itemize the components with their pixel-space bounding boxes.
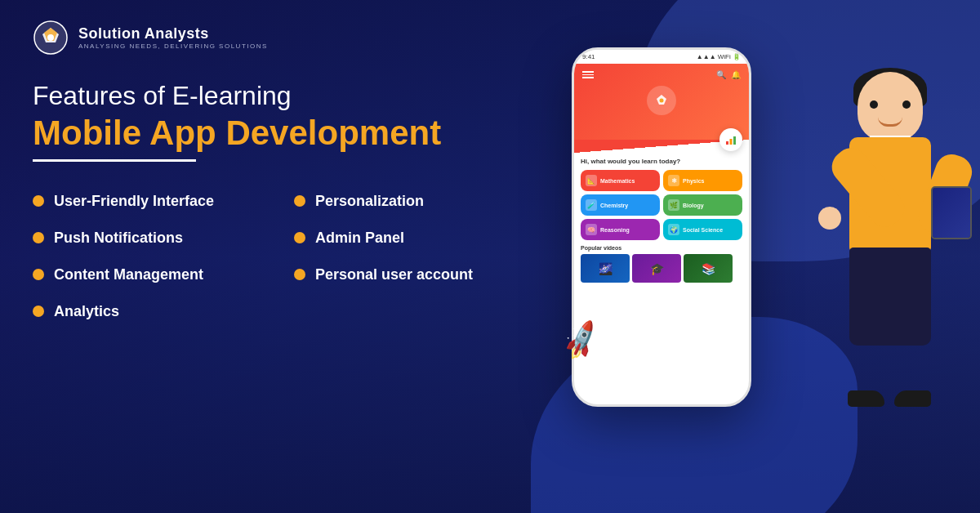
phone-status-bar: 9:41 ▲▲▲ WiFi 🔋 bbox=[574, 50, 749, 64]
video-thumbnails: 🌌 🎓 📚 bbox=[581, 254, 742, 283]
phone-header: 🔍 🔔 bbox=[574, 64, 749, 140]
features-grid: User-Friendly Interface Personalization … bbox=[33, 185, 555, 328]
headline-divider bbox=[33, 159, 196, 162]
subject-chemistry[interactable]: 🧪 Chemistry bbox=[581, 194, 660, 216]
subject-social[interactable]: 🌍 Social Science bbox=[663, 219, 742, 240]
phone-body: Hi, what would you learn today? 📐 Mathem… bbox=[574, 153, 749, 288]
char-hand-left bbox=[818, 207, 841, 230]
search-icon[interactable]: 🔍 bbox=[716, 70, 726, 79]
reasoning-icon: 🧠 bbox=[586, 224, 597, 235]
character-body bbox=[808, 56, 972, 431]
feature-label-7: Personal user account bbox=[315, 266, 473, 283]
subject-mathematics[interactable]: 📐 Mathematics bbox=[581, 170, 660, 191]
left-content: Features of E-learning Mobile App Develo… bbox=[33, 72, 555, 328]
logo-text: Solution Analysts ANALYSING NEEDS, DELIV… bbox=[78, 25, 268, 50]
phone-top-icons: 🔍 🔔 bbox=[716, 70, 741, 79]
chart-icon bbox=[719, 128, 742, 151]
phone-mockup: 9:41 ▲▲▲ WiFi 🔋 🔍 🔔 bbox=[572, 47, 751, 407]
biology-label: Biology bbox=[683, 203, 704, 208]
video-thumb-2[interactable]: 🎓 bbox=[632, 254, 681, 283]
main-layout: Features of E-learning Mobile App Develo… bbox=[33, 72, 947, 493]
subjects-grid: 📐 Mathematics ⚛ Physics 🧪 Chemistry bbox=[581, 170, 742, 240]
char-shoe-left bbox=[848, 390, 884, 407]
hamburger-menu-icon[interactable] bbox=[582, 71, 594, 78]
feature-item-1: User-Friendly Interface bbox=[33, 185, 294, 218]
popular-videos-label: Popular videos bbox=[581, 245, 742, 251]
social-label: Social Science bbox=[683, 227, 723, 233]
feature-label-5: Personalization bbox=[315, 193, 424, 210]
phone-signal: ▲▲▲ WiFi 🔋 bbox=[697, 53, 741, 60]
feature-label-1: User-Friendly Interface bbox=[54, 193, 214, 210]
feature-label-2: Push Notifications bbox=[54, 230, 183, 247]
char-tablet bbox=[931, 186, 972, 239]
feature-item-3: Content Management bbox=[33, 258, 294, 292]
physics-icon: ⚛ bbox=[668, 175, 679, 186]
feature-item-5: Personalization bbox=[294, 185, 555, 218]
social-icon: 🌍 bbox=[668, 224, 679, 235]
svg-point-2 bbox=[660, 99, 664, 103]
char-head bbox=[858, 72, 923, 141]
svg-rect-3 bbox=[726, 141, 728, 145]
feature-label-6: Admin Panel bbox=[315, 230, 404, 247]
feature-item-2: Push Notifications bbox=[33, 221, 294, 255]
feature-dot-1 bbox=[33, 195, 44, 207]
feature-dot-7 bbox=[294, 269, 305, 280]
character-illustration bbox=[808, 56, 972, 431]
greeting-text: Hi, what would you learn today? bbox=[581, 158, 742, 165]
page-content: Solution Analysts ANALYSING NEEDS, DELIV… bbox=[0, 0, 980, 513]
headline-main: Mobile App Development bbox=[33, 114, 555, 152]
feature-dot-4 bbox=[33, 306, 44, 317]
headline-sub: Features of E-learning bbox=[33, 80, 555, 111]
phone-frame: 9:41 ▲▲▲ WiFi 🔋 🔍 🔔 bbox=[572, 47, 751, 407]
chemistry-label: Chemistry bbox=[600, 203, 628, 208]
feature-dot-5 bbox=[294, 195, 305, 207]
math-icon: 📐 bbox=[586, 175, 597, 186]
svg-point-1 bbox=[47, 34, 54, 41]
phone-top-bar: 🔍 🔔 bbox=[582, 70, 741, 79]
video-thumb-3[interactable]: 📚 bbox=[684, 254, 733, 283]
video-thumb-1[interactable]: 🌌 bbox=[581, 254, 630, 283]
right-content: 9:41 ▲▲▲ WiFi 🔋 🔍 🔔 bbox=[555, 72, 947, 464]
feature-item-7: Personal user account bbox=[294, 258, 555, 292]
char-pants bbox=[849, 248, 931, 346]
brand-name: Solution Analysts bbox=[78, 25, 268, 42]
logo-icon bbox=[33, 20, 69, 56]
chemistry-icon: 🧪 bbox=[586, 199, 597, 211]
feature-item-4: Analytics bbox=[33, 295, 294, 328]
subject-physics[interactable]: ⚛ Physics bbox=[663, 170, 742, 191]
feature-item-6: Admin Panel bbox=[294, 221, 555, 255]
feature-dot-2 bbox=[33, 232, 44, 243]
header: Solution Analysts ANALYSING NEEDS, DELIV… bbox=[33, 20, 947, 56]
app-logo bbox=[647, 86, 676, 115]
brand-tagline: ANALYSING NEEDS, DELIVERING SOLUTIONS bbox=[78, 42, 268, 50]
biology-icon: 🌿 bbox=[668, 199, 679, 211]
physics-label: Physics bbox=[683, 178, 704, 184]
feature-dot-6 bbox=[294, 232, 305, 243]
phone-time: 9:41 bbox=[582, 53, 595, 60]
reasoning-label: Reasoning bbox=[600, 227, 630, 233]
subject-biology[interactable]: 🌿 Biology bbox=[663, 194, 742, 216]
feature-label-4: Analytics bbox=[54, 303, 119, 320]
math-label: Mathematics bbox=[600, 178, 635, 184]
feature-dot-3 bbox=[33, 269, 44, 280]
svg-rect-4 bbox=[730, 139, 733, 145]
subject-reasoning[interactable]: 🧠 Reasoning bbox=[581, 219, 660, 240]
bell-icon[interactable]: 🔔 bbox=[731, 70, 741, 79]
char-shoe-right bbox=[894, 390, 931, 407]
svg-rect-5 bbox=[733, 136, 736, 145]
feature-label-3: Content Management bbox=[54, 266, 203, 283]
